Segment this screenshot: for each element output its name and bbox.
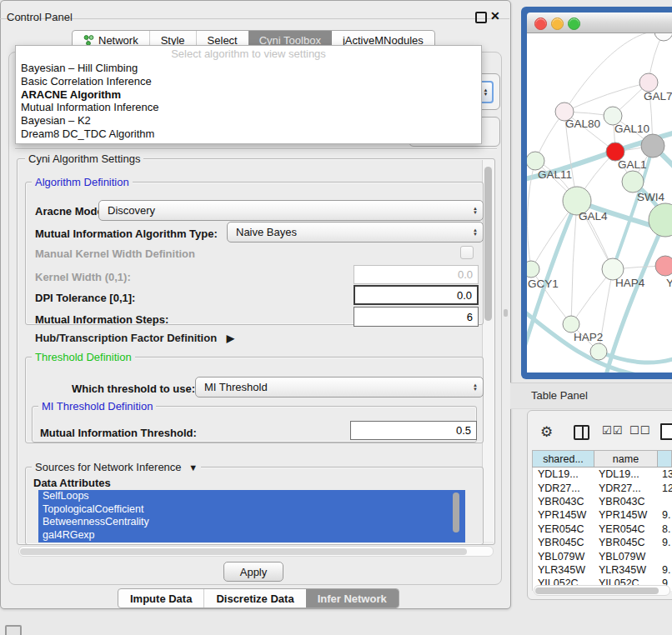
network-node[interactable] — [622, 171, 644, 192]
split-view-icon[interactable] — [574, 425, 589, 440]
table-cell: YDR27... — [594, 481, 657, 494]
table-cell — [657, 495, 672, 508]
mi-type-combo[interactable]: Naive Bayes ▲▼ — [227, 222, 484, 242]
minimize-traffic-light[interactable] — [551, 18, 564, 30]
zoom-traffic-light[interactable] — [568, 18, 580, 30]
table-cell: YER054C — [594, 522, 657, 536]
dropdown-item-highlighted[interactable]: ARACNE Algorithm — [16, 88, 481, 102]
network-node[interactable] — [649, 203, 672, 237]
apply-button[interactable]: Apply — [223, 562, 283, 582]
table-hscrollbar-track[interactable] — [534, 585, 670, 596]
aracne-mode-label: Aracne Mode: — [35, 205, 107, 218]
table-panel-title: Table Panel — [531, 389, 588, 402]
docked-panel-icon[interactable] — [5, 625, 22, 635]
attributes-scrollbar-thumb[interactable] — [453, 492, 459, 532]
which-threshold-combo[interactable]: MI Threshold ▲▼ — [195, 377, 484, 398]
table-row[interactable]: YBR043CYBR043C — [533, 495, 672, 508]
settings-scrollbar-thumb[interactable] — [484, 167, 492, 321]
table-settings-gear-icon[interactable]: ⚙ — [540, 423, 553, 441]
tab-discretize-data[interactable]: Discretize Data — [203, 589, 305, 608]
attribute-item-selected[interactable]: SelfLoops — [38, 490, 465, 503]
close-icon[interactable]: ✕ — [490, 9, 500, 22]
table-row[interactable]: YPR145WYPR145W9. — [533, 508, 672, 522]
close-traffic-light[interactable] — [534, 18, 547, 30]
table-row[interactable]: YBR045CYBR045C9. — [533, 536, 672, 549]
etched-divider — [15, 148, 497, 150]
table-row[interactable]: YDR27...YDR27...12 — [533, 481, 672, 494]
network-node[interactable] — [655, 256, 672, 276]
table-cell: YBR043C — [594, 495, 657, 508]
network-node[interactable] — [654, 33, 672, 41]
table-cell: YLR345W — [533, 563, 594, 577]
combo-arrows-icon: ▲▼ — [473, 207, 478, 215]
table-cell: YBR045C — [594, 536, 657, 549]
table-hscrollbar-thumb[interactable] — [535, 588, 659, 594]
network-node[interactable] — [527, 152, 544, 170]
deselect-all-columns-icon[interactable]: ☐☐ — [629, 424, 650, 437]
export-table-icon[interactable] — [660, 423, 672, 440]
dropdown-item[interactable]: Dream8 DC_TDC Algorithm — [16, 128, 481, 141]
mi-threshold-input[interactable]: 0.5 — [350, 421, 477, 440]
mi-threshold-group-title: MI Threshold Definition — [38, 401, 156, 412]
dropdown-item[interactable]: Bayesian – Hill Climbing — [16, 62, 481, 75]
aracne-mode-combo[interactable]: Discovery ▲▼ — [98, 200, 484, 221]
network-node[interactable] — [641, 134, 664, 158]
table-cell: YBR043C — [533, 495, 594, 508]
node-label: GAL10 — [614, 122, 649, 135]
combo-arrows-icon: ▲▼ — [473, 228, 478, 237]
table-row[interactable]: YDL19...YDL19...13 — [533, 468, 672, 481]
table-cell: YER054C — [533, 522, 594, 536]
dropdown-item[interactable]: Bayesian – K2 — [16, 114, 481, 128]
network-node[interactable] — [527, 261, 539, 278]
node-table: shared... name YDL19...YDL19...13YDR27..… — [532, 450, 672, 591]
column-header-partial[interactable] — [657, 451, 671, 467]
tab-label: Impute Data — [130, 592, 192, 605]
node-label: GCY1 — [528, 278, 559, 290]
attributes-scrollbar-track[interactable] — [453, 492, 460, 540]
tab-infer-network[interactable]: Infer Network — [306, 589, 399, 608]
table-row[interactable]: YBL079WYBL079W — [533, 549, 672, 562]
algorithm-dropdown-popup: Select algorithm to view settings Bayesi… — [15, 45, 482, 144]
dropdown-item[interactable]: Mutual Information Inference — [16, 101, 481, 114]
node-label: GAL4 — [579, 210, 608, 222]
table-row[interactable]: YER054CYER054C8. — [533, 522, 672, 536]
manual-kernel-checkbox[interactable] — [460, 246, 474, 259]
table-cell: YPR145W — [533, 508, 594, 522]
hub-definition-toggle[interactable]: Hub/Transcription Factor Definition ▶ — [35, 332, 234, 344]
node-label: HAP2 — [574, 331, 603, 343]
table-cell: YDR27... — [533, 481, 594, 494]
mi-steps-input[interactable]: 6 — [354, 307, 479, 327]
network-node[interactable] — [639, 73, 658, 92]
network-node[interactable] — [563, 316, 579, 332]
network-node[interactable] — [590, 343, 607, 360]
network-canvas[interactable]: GAL7GAL80GAL10GAL1GAL11SWI4GAL4GCY1HAP4Y… — [527, 33, 672, 372]
network-window-titlebar[interactable] — [527, 12, 672, 33]
which-threshold-label: Which threshold to use: — [72, 382, 195, 395]
hub-definition-label: Hub/Transcription Factor Definition — [35, 332, 217, 344]
attribute-item-selected[interactable]: TopologicalCoefficient — [38, 503, 465, 517]
panel-splitter-handle[interactable] — [504, 309, 508, 317]
select-all-columns-icon[interactable]: ☑☑ — [602, 424, 623, 437]
expanded-arrow-icon: ▼ — [188, 462, 198, 472]
settings-hscrollbar-track[interactable] — [18, 546, 494, 557]
settings-group-title: Cyni Algorithm Settings — [25, 153, 143, 164]
settings-hscrollbar-thumb[interactable] — [20, 548, 467, 555]
table-cell: 9. — [657, 508, 672, 522]
combo-arrows-icon: ▲▼ — [473, 383, 478, 392]
attribute-item-selected[interactable]: gal4RGexp — [38, 529, 465, 542]
table-row[interactable]: YLR345WYLR345W9. — [533, 563, 672, 577]
dpi-tolerance-input[interactable]: 0.0 — [354, 285, 479, 305]
float-window-icon[interactable] — [475, 12, 487, 23]
control-panel-title: Control Panel — [7, 11, 73, 23]
node-label: GAL11 — [538, 168, 572, 181]
sources-group-title[interactable]: Sources for Network Inference ▼ — [32, 462, 201, 473]
dropdown-item[interactable]: Basic Correlation Inference — [16, 75, 481, 88]
table-cell: YBR045C — [533, 536, 594, 549]
kernel-width-input[interactable]: 0.0 — [354, 265, 479, 284]
column-header-shared-name[interactable]: shared... — [533, 451, 594, 467]
settings-scrollbar-track[interactable] — [482, 160, 494, 542]
tab-impute-data[interactable]: Impute Data — [118, 589, 203, 608]
column-header-name[interactable]: name — [594, 451, 657, 467]
data-attributes-label: Data Attributes — [33, 477, 111, 489]
attribute-item-selected[interactable]: BetweennessCentrality — [38, 516, 465, 529]
